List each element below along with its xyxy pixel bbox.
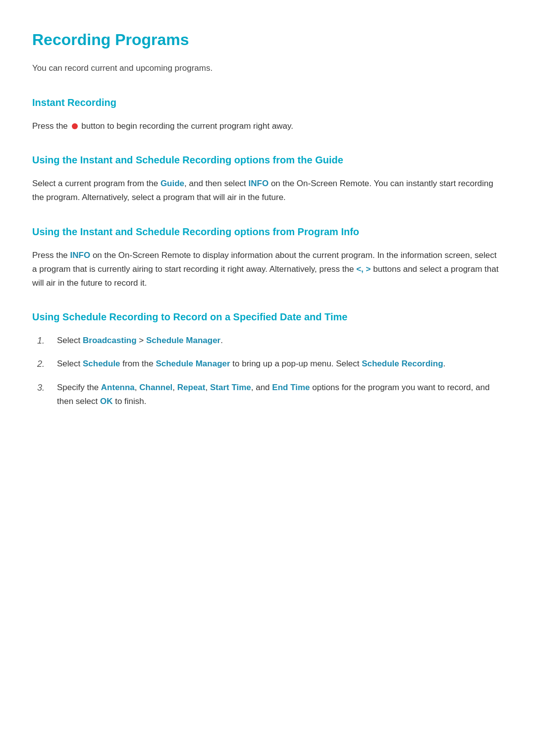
highlight-guide: Guide (160, 179, 184, 188)
step-1-text: Select Broadcasting > Schedule Manager. (57, 334, 223, 348)
highlight-schedule-manager-2: Schedule Manager (156, 359, 230, 368)
section-body-guide: Select a current program from the Guide,… (32, 177, 503, 204)
highlight-ok: OK (100, 397, 113, 406)
highlight-info-1: INFO (249, 179, 269, 188)
section-program-info-recording: Using the Instant and Schedule Recording… (32, 224, 503, 290)
step-3-text: Specify the Antenna, Channel, Repeat, St… (57, 381, 503, 408)
highlight-schedule: Schedule (83, 359, 120, 368)
step-1: Select Broadcasting > Schedule Manager. (37, 334, 503, 349)
section-instant-recording: Instant Recording Press the button to be… (32, 95, 503, 133)
highlight-schedule-recording: Schedule Recording (362, 359, 443, 368)
section-guide-recording: Using the Instant and Schedule Recording… (32, 152, 503, 204)
highlight-end-time: End Time (272, 383, 310, 392)
highlight-start-time: Start Time (210, 383, 251, 392)
highlight-antenna: Antenna (101, 383, 135, 392)
step-2: Select Schedule from the Schedule Manage… (37, 357, 503, 372)
page-title: Recording Programs (32, 27, 503, 52)
highlight-repeat: Repeat (177, 383, 206, 392)
highlight-arrows: <, > (356, 264, 371, 274)
section-title-schedule: Using Schedule Recording to Record on a … (32, 309, 503, 327)
intro-text: You can record current and upcoming prog… (32, 61, 503, 75)
steps-list: Select Broadcasting > Schedule Manager. … (32, 334, 503, 408)
highlight-info-2: INFO (70, 251, 91, 260)
section-title-guide: Using the Instant and Schedule Recording… (32, 152, 503, 170)
section-body-program-info: Press the INFO on the On-Screen Remote t… (32, 249, 503, 290)
highlight-schedule-manager-1: Schedule Manager (146, 336, 220, 345)
section-title-program-info: Using the Instant and Schedule Recording… (32, 224, 503, 242)
highlight-broadcasting: Broadcasting (83, 336, 137, 345)
record-dot-icon (72, 123, 78, 129)
highlight-channel: Channel (139, 383, 172, 392)
section-schedule-recording: Using Schedule Recording to Record on a … (32, 309, 503, 408)
section-title-instant: Instant Recording (32, 95, 503, 112)
step-3: Specify the Antenna, Channel, Repeat, St… (37, 381, 503, 408)
section-body-instant: Press the button to begin recording the … (32, 119, 503, 133)
step-2-text: Select Schedule from the Schedule Manage… (57, 357, 445, 371)
